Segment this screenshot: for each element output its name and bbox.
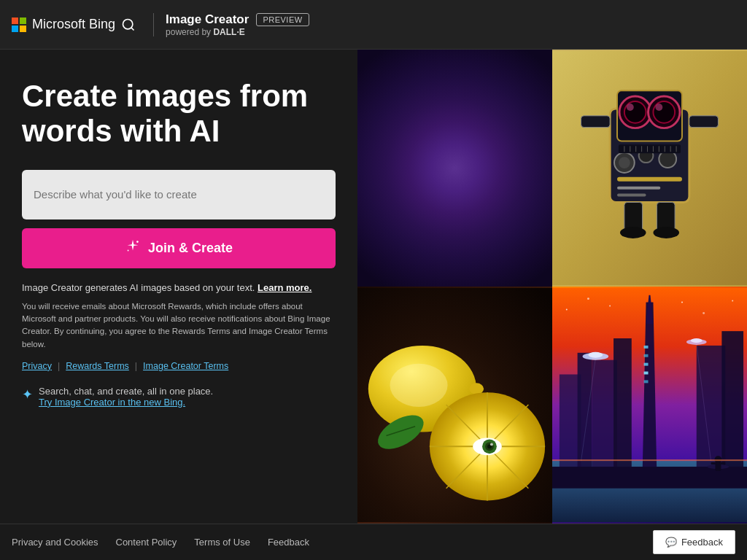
fine-print-text: You will receive emails about Microsoft … [22,300,336,351]
svg-point-18 [448,110,478,163]
hero-title: Create images from words with AI [22,79,336,149]
svg-rect-87 [697,346,726,475]
bing-promo-section: ✦ Search, chat, and create, all in one p… [22,386,336,408]
svg-rect-49 [657,202,675,231]
svg-point-42 [619,157,630,168]
svg-point-113 [703,312,705,314]
svg-point-12 [442,173,468,252]
svg-point-8 [453,114,535,176]
lemon-artwork [357,287,552,524]
terms-use-link[interactable]: Terms of Use [194,537,250,548]
microsoft-logo-icon [12,18,26,32]
bing-brand-text: Microsoft Bing [32,17,115,32]
svg-point-13 [401,166,463,247]
svg-point-112 [681,302,683,303]
svg-rect-53 [689,116,719,128]
rewards-terms-link[interactable]: Rewards Terms [66,361,129,371]
footer-nav: Privacy and Cookies Content Policy Terms… [12,537,309,548]
try-bing-link[interactable]: Try Image Creator in the new Bing. [39,397,185,408]
svg-rect-88 [721,331,743,475]
svg-point-26 [398,161,451,191]
search-button[interactable] [115,12,142,38]
svg-rect-46 [617,187,660,190]
main-content: Create images from words with AI Join & … [0,50,747,524]
feedback-icon: 💬 [665,537,677,548]
svg-point-50 [620,227,646,238]
sparkle-icon [125,238,141,254]
svg-point-39 [627,104,634,111]
svg-point-28 [409,121,457,169]
image-creator-title-text: Image Creator [166,12,249,27]
brand-logo[interactable]: Microsoft Bing [12,17,115,32]
header-divider [153,13,154,36]
svg-point-9 [460,155,539,181]
svg-rect-92 [644,354,649,357]
image-grid [357,50,747,524]
svg-point-21 [459,161,512,191]
svg-point-25 [409,166,457,214]
join-create-button[interactable]: Join & Create [22,228,336,268]
image-creator-terms-link[interactable]: Image Creator Terms [143,361,228,371]
svg-rect-84 [578,353,592,475]
svg-point-2 [136,241,139,243]
svg-rect-52 [581,116,611,128]
svg-rect-54 [619,144,681,153]
svg-point-6 [442,83,468,163]
info-text: Image Creator generates AI images based … [22,281,336,295]
flower-artwork [357,50,552,287]
svg-point-7 [446,88,508,170]
svg-point-40 [655,104,662,111]
promo-line1: Search, chat, and create, all in one pla… [39,386,213,397]
feedback-button[interactable]: 💬 Feedback [653,530,735,554]
svg-rect-108 [552,459,747,461]
svg-rect-48 [624,202,643,231]
svg-rect-85 [592,360,617,475]
svg-rect-94 [644,372,649,375]
learn-more-link[interactable]: Learn more. [258,282,311,293]
flower-image [357,50,552,287]
svg-point-114 [732,300,733,302]
join-icon [125,238,141,258]
svg-point-24 [432,172,462,225]
svg-point-31 [451,163,460,172]
terms-links-row: Privacy | Rewards Terms | Image Creator … [22,361,336,371]
privacy-link[interactable]: Privacy [22,361,52,371]
content-policy-link[interactable]: Content Policy [116,537,177,548]
image-creator-branding: Image Creator PREVIEW powered by DALL·E [166,12,309,37]
svg-point-16 [375,114,457,176]
svg-point-17 [401,88,463,170]
header: Microsoft Bing Image Creator PREVIEW pow… [0,0,747,50]
svg-point-22 [453,166,501,214]
svg-rect-86 [614,338,632,475]
svg-point-27 [398,144,451,174]
svg-point-111 [609,306,611,307]
svg-point-51 [653,227,679,238]
svg-point-78 [490,443,493,446]
svg-rect-106 [711,462,717,464]
svg-point-20 [459,144,512,174]
city-artwork [552,287,747,524]
footer: Privacy and Cookies Content Policy Terms… [0,524,747,560]
svg-point-14 [375,159,457,221]
sparkle-small-icon: ✦ [22,386,33,402]
feedback-label: Feedback [681,537,723,548]
svg-rect-107 [719,462,725,464]
scifi-city-image [552,287,747,524]
lemon-image [357,287,552,524]
footer-feedback-link[interactable]: Feedback [268,537,309,548]
privacy-cookies-link[interactable]: Privacy and Cookies [12,537,98,548]
svg-point-67 [390,364,448,407]
svg-point-30 [446,159,464,176]
prompt-input[interactable] [22,170,336,219]
left-panel: Create images from words with AI Join & … [0,50,357,524]
svg-rect-45 [617,177,682,182]
svg-point-19 [453,121,501,169]
svg-point-110 [587,298,589,300]
svg-point-99 [691,338,703,343]
join-create-label: Join & Create [148,241,233,256]
svg-point-97 [588,352,603,358]
svg-line-1 [131,27,134,30]
preview-badge: PREVIEW [256,13,309,26]
svg-point-23 [448,172,478,225]
svg-point-109 [566,308,568,310]
